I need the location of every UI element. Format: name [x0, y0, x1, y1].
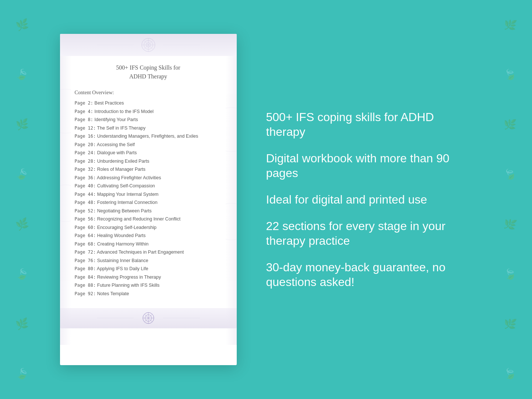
- overview-heading: Content Overview:: [75, 90, 222, 96]
- toc-item: Page 76: Sustaining Inner Balance: [75, 258, 222, 264]
- doc-title: 500+ IFS Coping Skills for ADHD Therapy: [75, 63, 222, 81]
- toc-item: Page 2: Best Practices: [75, 100, 222, 107]
- table-of-contents: Page 2: Best PracticesPage 4: Introducti…: [75, 100, 222, 297]
- toc-item: Page 12: The Self in IFS Therapy: [75, 125, 222, 132]
- toc-item: Page 36: Addressing Firefighter Activiti…: [75, 175, 222, 181]
- features-panel: 500+ IFS coping skills for ADHD therapyD…: [259, 110, 472, 289]
- toc-item: Page 68: Creating Harmony Within: [75, 241, 222, 248]
- feature-item-1: 500+ IFS coping skills for ADHD therapy: [266, 110, 472, 139]
- doc-top-decoration: [60, 34, 237, 56]
- toc-item: Page 24: Dialogue with Parts: [75, 150, 222, 156]
- toc-item: Page 56: Recognizing and Reducing Inner …: [75, 216, 222, 223]
- toc-item: Page 88: Future Planning with IFS Skills: [75, 282, 222, 289]
- doc-title-line2: ADHD Therapy: [129, 73, 167, 80]
- toc-item: Page 48: Fostering Internal Connection: [75, 200, 222, 206]
- toc-item: Page 20: Accessing the Self: [75, 142, 222, 148]
- toc-item: Page 16: Understanding Managers, Firefig…: [75, 133, 222, 140]
- toc-item: Page 64: Healing Wounded Parts: [75, 233, 222, 239]
- toc-item: Page 40: Cultivating Self-Compassion: [75, 183, 222, 190]
- toc-item: Page 32: Roles of Manager Parts: [75, 166, 222, 173]
- floral-left-border: 🌿 🍃 🌿 🍃 🌿 🍃 🌿 🍃: [0, 0, 44, 399]
- document-preview: 500+ IFS Coping Skills for ADHD Therapy …: [60, 34, 237, 365]
- main-container: 500+ IFS Coping Skills for ADHD Therapy …: [45, 19, 487, 380]
- floral-right-border: 🌿 🍃 🌿 🍃 🌿 🍃 🌿 🍃: [488, 0, 532, 399]
- toc-item: Page 28: Unburdening Exiled Parts: [75, 158, 222, 165]
- feature-item-2: Digital workbook with more than 90 pages: [266, 151, 472, 180]
- toc-item: Page 84: Reviewing Progress in Therapy: [75, 274, 222, 281]
- doc-bottom-decoration: [60, 308, 237, 328]
- doc-content: 500+ IFS Coping Skills for ADHD Therapy …: [60, 56, 237, 308]
- toc-item: Page 80: Applying IFS to Daily Life: [75, 266, 222, 272]
- toc-item: Page 60: Encouraging Self-Leadership: [75, 225, 222, 231]
- toc-item: Page 92: Notes Template: [75, 291, 222, 297]
- feature-item-5: 30-day money-back guarantee, no question…: [266, 260, 472, 289]
- feature-item-3: Ideal for digital and printed use: [266, 192, 472, 207]
- feature-item-4: 22 sections for every stage in your ther…: [266, 219, 472, 248]
- doc-title-line1: 500+ IFS Coping Skills for: [116, 64, 180, 71]
- toc-item: Page 4: Introduction to the IFS Model: [75, 109, 222, 115]
- toc-item: Page 52: Negotiating Between Parts: [75, 208, 222, 215]
- toc-item: Page 72: Advanced Techniques in Part Eng…: [75, 249, 222, 256]
- toc-item: Page 44: Mapping Your Internal System: [75, 191, 222, 198]
- toc-item: Page 8: Identifying Your Parts: [75, 117, 222, 123]
